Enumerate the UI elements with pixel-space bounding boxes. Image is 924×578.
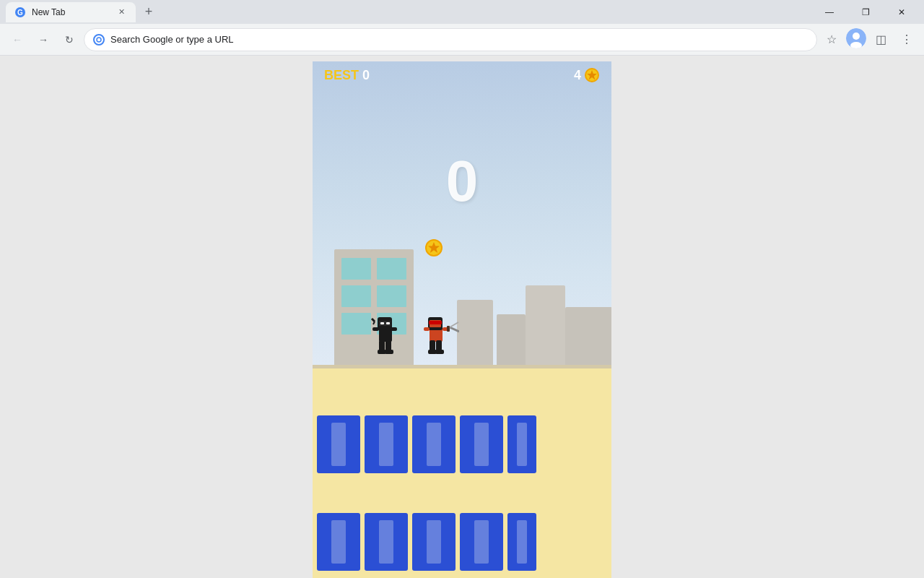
svg-rect-29 bbox=[430, 340, 435, 351]
block-inner-3 bbox=[427, 423, 441, 466]
score-overlay: BEST 0 4 bbox=[313, 67, 611, 83]
svg-rect-24 bbox=[385, 350, 393, 354]
block-inner-2 bbox=[379, 423, 393, 466]
window-controls: — ❐ ✕ bbox=[813, 0, 918, 24]
coin-icon bbox=[584, 67, 600, 83]
block-r2-inner-4 bbox=[474, 520, 489, 564]
maximize-button[interactable]: ❐ bbox=[849, 0, 882, 24]
block-r2-2 bbox=[365, 513, 408, 571]
blocks-row-1 bbox=[313, 415, 541, 473]
block-1 bbox=[317, 415, 360, 473]
block-r2-3 bbox=[412, 513, 456, 571]
current-score: 0 bbox=[446, 148, 479, 215]
tab-favicon: G bbox=[14, 7, 26, 18]
page-content: BEST 0 4 0 bbox=[0, 56, 924, 578]
menu-button[interactable]: ⋮ bbox=[895, 28, 918, 51]
back-button[interactable]: ← bbox=[6, 28, 29, 51]
block-5 bbox=[507, 415, 536, 473]
tab-title: New Tab bbox=[32, 7, 110, 17]
svg-point-2 bbox=[94, 35, 104, 45]
block-r2-1 bbox=[317, 513, 360, 571]
browser-frame: G New Tab ✕ + — ❐ ✕ ← → ↻ Search Google … bbox=[0, 0, 924, 578]
building-bg-1 bbox=[457, 300, 493, 365]
minimize-button[interactable]: — bbox=[813, 0, 846, 24]
new-tab-button[interactable]: + bbox=[139, 2, 159, 22]
svg-rect-32 bbox=[435, 350, 444, 354]
game-sky: BEST 0 4 0 bbox=[313, 61, 611, 365]
block-inner-1 bbox=[331, 423, 346, 466]
svg-text:G: G bbox=[17, 9, 23, 17]
block-r2-inner-2 bbox=[379, 520, 393, 564]
svg-line-36 bbox=[450, 322, 458, 327]
block-r2-inner-3 bbox=[427, 520, 441, 564]
extensions-button[interactable]: ◫ bbox=[869, 28, 892, 51]
block-inner-5 bbox=[517, 423, 527, 466]
coin-count: 4 bbox=[574, 68, 581, 83]
refresh-button[interactable]: ↻ bbox=[58, 28, 81, 51]
toolbar-actions: ☆ ◫ ⋮ bbox=[820, 28, 918, 51]
svg-rect-21 bbox=[379, 340, 385, 351]
blocks-row-2 bbox=[313, 513, 541, 571]
window-3 bbox=[341, 285, 371, 307]
active-tab[interactable]: G New Tab ✕ bbox=[6, 2, 136, 22]
block-r2-4 bbox=[460, 513, 503, 571]
window-1 bbox=[341, 258, 371, 280]
city-silhouette bbox=[313, 271, 611, 365]
building-bg-3 bbox=[526, 285, 565, 365]
game-lower-area bbox=[313, 368, 611, 578]
bookmark-button[interactable]: ☆ bbox=[820, 28, 843, 51]
block-r2-inner-1 bbox=[331, 520, 346, 564]
best-score-display: BEST 0 bbox=[324, 68, 370, 83]
window-5 bbox=[341, 313, 371, 335]
block-r2-5 bbox=[507, 513, 536, 571]
svg-rect-22 bbox=[385, 340, 391, 351]
block-3 bbox=[412, 415, 456, 473]
svg-rect-28 bbox=[429, 321, 442, 324]
svg-rect-19 bbox=[372, 327, 379, 331]
block-inner-4 bbox=[474, 423, 489, 466]
best-value: 0 bbox=[362, 68, 370, 82]
toolbar: ← → ↻ Search Google or type a URL ☆ ◫ ⋮ bbox=[0, 24, 924, 56]
svg-line-17 bbox=[372, 319, 375, 322]
tab-close-button[interactable]: ✕ bbox=[116, 7, 127, 18]
svg-rect-15 bbox=[380, 322, 384, 324]
best-label: BEST bbox=[324, 68, 359, 82]
block-r2-inner-5 bbox=[517, 520, 527, 564]
google-icon bbox=[93, 34, 105, 46]
close-button[interactable]: ✕ bbox=[885, 0, 918, 24]
ninja-character bbox=[369, 311, 401, 361]
svg-rect-37 bbox=[424, 327, 430, 331]
svg-rect-30 bbox=[436, 340, 442, 351]
building-bg-4 bbox=[565, 307, 611, 365]
coin-score-display: 4 bbox=[574, 67, 600, 83]
profile-avatar[interactable] bbox=[846, 28, 866, 48]
svg-rect-20 bbox=[391, 327, 397, 331]
svg-line-18 bbox=[373, 322, 375, 324]
block-4 bbox=[460, 415, 503, 473]
address-bar[interactable]: Search Google or type a URL bbox=[84, 28, 817, 51]
forward-button[interactable]: → bbox=[32, 28, 55, 51]
window-2 bbox=[377, 258, 406, 280]
enemy-character bbox=[419, 311, 459, 361]
title-bar: G New Tab ✕ + — ❐ ✕ bbox=[0, 0, 924, 24]
svg-point-4 bbox=[853, 33, 860, 40]
svg-rect-16 bbox=[386, 322, 390, 324]
address-text: Search Google or type a URL bbox=[110, 34, 808, 45]
window-4 bbox=[377, 285, 406, 307]
svg-rect-34 bbox=[447, 326, 450, 332]
block-2 bbox=[365, 415, 408, 473]
svg-line-35 bbox=[450, 327, 459, 332]
star-coin-collectible bbox=[424, 238, 443, 260]
building-bg-2 bbox=[497, 314, 526, 365]
game-container[interactable]: BEST 0 4 0 bbox=[313, 61, 611, 578]
